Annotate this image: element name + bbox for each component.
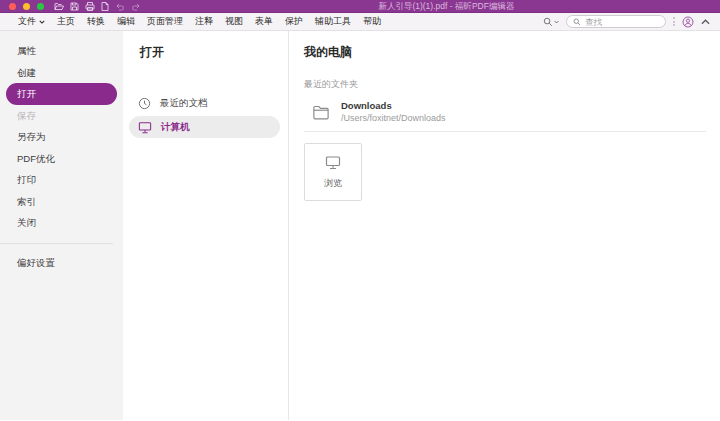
computer-monitor-icon [325,155,341,170]
sidebar-divider [0,243,113,244]
sidebar-item-create[interactable]: 创建 [0,62,123,84]
open-item-recent-documents[interactable]: 最近的文档 [129,92,280,114]
chevron-down-icon [39,20,45,24]
tab-accessibility-tools[interactable]: 辅助工具 [315,15,351,28]
redo-icon[interactable] [131,2,141,11]
print-icon[interactable] [85,2,95,11]
my-computer-title: 我的电脑 [304,44,706,61]
save-icon[interactable] [70,2,79,11]
sidebar-item-properties[interactable]: 属性 [0,40,123,62]
sidebar-item-save[interactable]: 保存 [0,105,123,127]
search-field[interactable] [566,15,666,28]
new-document-icon[interactable] [101,2,109,11]
minimize-window-button[interactable] [23,3,30,10]
recent-folder-downloads[interactable]: Downloads /Users/foxitnet/Downloads [304,96,706,132]
open-panel: 打开 最近的文档 计算机 [123,31,289,420]
sidebar-item-open[interactable]: 打开 [6,83,117,105]
sidebar-item-print[interactable]: 打印 [0,169,123,191]
browse-label: 浏览 [324,177,342,190]
menu-tabs: 文件 主页 转换 编辑 页面管理 注释 视图 表单 保护 辅助工具 帮助 [18,15,381,28]
tab-comment[interactable]: 注释 [195,15,213,28]
sidebar-item-index[interactable]: 索引 [0,191,123,213]
more-options-icon[interactable] [673,16,675,28]
sidebar-item-preferences[interactable]: 偏好设置 [0,252,123,274]
close-window-button[interactable] [9,3,16,10]
sidebar-item-close[interactable]: 关闭 [0,212,123,234]
computer-icon [138,121,152,134]
sidebar-item-pdf-optimize[interactable]: PDF优化 [0,148,123,170]
tab-file[interactable]: 文件 [18,15,45,28]
folder-icon [312,104,330,120]
tab-convert[interactable]: 转换 [87,15,105,28]
my-computer-panel: 我的电脑 最近的文件夹 Downloads /Users/foxitnet/Do… [289,31,720,420]
open-item-label: 计算机 [161,121,190,134]
tab-view[interactable]: 视图 [225,15,243,28]
menubar-right-controls [543,15,710,28]
window-controls [9,3,44,10]
collapse-ribbon-icon[interactable] [701,19,710,25]
open-item-computer[interactable]: 计算机 [129,116,280,138]
backstage-view: 属性 创建 打开 保存 另存为 PDF优化 打印 索引 关闭 偏好设置 打开 最… [0,31,720,420]
open-folder-icon[interactable] [54,2,64,11]
open-location-list: 最近的文档 计算机 [123,92,288,138]
zoom-window-button[interactable] [37,3,44,10]
user-avatar[interactable] [682,16,694,28]
search-input[interactable] [585,17,655,27]
tab-edit[interactable]: 编辑 [117,15,135,28]
undo-icon[interactable] [115,2,125,11]
sidebar-item-save-as[interactable]: 另存为 [0,126,123,148]
folder-name: Downloads [341,100,446,111]
open-item-label: 最近的文档 [160,97,208,110]
clock-icon [138,97,151,110]
window-title: 新人引导(1)(1).pdf - 福昕PDF编辑器 [378,1,514,13]
quick-access-toolbar [54,2,141,11]
menu-bar: 文件 主页 转换 编辑 页面管理 注释 视图 表单 保护 辅助工具 帮助 [0,13,720,31]
zoom-select-icon[interactable] [543,17,559,27]
open-panel-title: 打开 [140,44,288,61]
folder-info: Downloads /Users/foxitnet/Downloads [341,100,446,123]
file-menu-sidebar: 属性 创建 打开 保存 另存为 PDF优化 打印 索引 关闭 偏好设置 [0,31,123,420]
folder-path: /Users/foxitnet/Downloads [341,113,446,123]
tab-page-manage[interactable]: 页面管理 [147,15,183,28]
window-titlebar: 新人引导(1)(1).pdf - 福昕PDF编辑器 [0,0,720,13]
tab-help[interactable]: 帮助 [363,15,381,28]
recent-folders-label: 最近的文件夹 [304,78,706,91]
tab-protect[interactable]: 保护 [285,15,303,28]
tab-form[interactable]: 表单 [255,15,273,28]
tab-home[interactable]: 主页 [57,15,75,28]
browse-button[interactable]: 浏览 [304,143,362,201]
search-icon [573,18,581,26]
